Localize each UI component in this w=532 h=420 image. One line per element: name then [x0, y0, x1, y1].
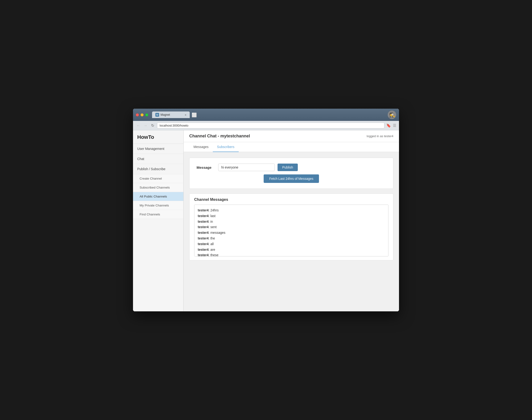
forward-button[interactable]: →: [143, 123, 148, 128]
sidebar-item-user-management[interactable]: User Management: [133, 144, 183, 154]
sidebar-item-all-public-channels[interactable]: All Public Channels: [133, 192, 183, 201]
fetch-messages-button[interactable]: Fetch Last 24hrs of Messages: [264, 174, 319, 183]
app-content: HowTo User Management Chat Publish / Sub…: [133, 130, 399, 311]
maximize-button[interactable]: [145, 113, 148, 116]
content-area: Message Publish Fetch Last 24hrs of Mess…: [184, 152, 399, 311]
tab-subscribers[interactable]: Subscribers: [213, 142, 239, 152]
message-line: tester4: messages: [198, 230, 385, 236]
fetch-btn-row: Fetch Last 24hrs of Messages: [196, 174, 386, 183]
message-row: Message Publish: [196, 164, 386, 171]
sidebar-item-my-private-channels[interactable]: My Private Channels: [133, 201, 183, 210]
browser-tab[interactable]: M Magnet ×: [152, 111, 190, 118]
address-input[interactable]: [157, 122, 384, 128]
message-line: tester4: 24hrs: [198, 208, 385, 213]
message-line: tester4: all: [198, 241, 385, 247]
channel-messages-section: Channel Messages tester4: 24hrs tester4:…: [189, 194, 393, 260]
back-icon: ←: [137, 123, 140, 128]
message-line: tester4: the: [198, 236, 385, 241]
menu-icon[interactable]: ☰: [393, 123, 396, 128]
close-button[interactable]: [136, 113, 139, 116]
spy-icon: 🕵: [388, 111, 396, 119]
title-bar: M Magnet × ⬜ 🕵: [133, 109, 399, 121]
sidebar-item-chat[interactable]: Chat: [133, 154, 183, 164]
traffic-lights: [136, 113, 148, 116]
tab-bar: M Magnet × ⬜: [152, 111, 386, 118]
message-input[interactable]: [218, 164, 275, 171]
refresh-icon: ↻: [151, 123, 154, 128]
main-panel: Channel Chat - mytestchannel logged in a…: [184, 130, 399, 311]
sidebar-nav: User Management Chat Publish / Subscribe…: [133, 144, 183, 219]
minimize-button[interactable]: [140, 113, 144, 116]
sidebar-item-subscribed-channels[interactable]: Subscribed Channels: [133, 183, 183, 192]
logged-in-label: logged in as tester4: [367, 134, 393, 138]
new-tab-button[interactable]: ⬜: [192, 112, 197, 118]
publish-button[interactable]: Publish: [278, 164, 298, 171]
message-line: tester4: in: [198, 219, 385, 225]
browser-window: M Magnet × ⬜ 🕵 ← → ↻ 🔖 ☰: [133, 109, 399, 311]
message-line: tester4: are: [198, 247, 385, 253]
message-form: Message Publish Fetch Last 24hrs of Mess…: [189, 158, 393, 189]
main-header: Channel Chat - mytestchannel logged in a…: [184, 130, 399, 142]
spy-menu[interactable]: 🕵: [388, 111, 396, 119]
sidebar-item-publish-subscribe[interactable]: Publish / Subscribe: [133, 164, 183, 174]
message-line: tester4: last: [198, 213, 385, 219]
tabs-bar: Messages Subscribers: [184, 142, 399, 152]
channel-messages-title: Channel Messages: [194, 197, 388, 202]
message-label: Message: [196, 165, 215, 169]
message-line: tester4: these: [198, 253, 385, 256]
address-bar: ← → ↻ 🔖 ☰: [133, 121, 399, 130]
bookmark-icon[interactable]: 🔖: [386, 123, 391, 128]
message-line: tester4: sent: [198, 224, 385, 230]
page-title: Channel Chat - mytestchannel: [189, 134, 250, 139]
tab-title: Magnet: [161, 113, 170, 116]
tab-close-icon[interactable]: ×: [184, 113, 186, 117]
back-button[interactable]: ←: [136, 123, 141, 128]
sidebar-item-create-channel[interactable]: Create Channel: [133, 174, 183, 183]
magnet-icon: M: [155, 113, 159, 117]
forward-icon: →: [144, 123, 147, 128]
refresh-button[interactable]: ↻: [150, 123, 155, 128]
messages-box[interactable]: tester4: 24hrs tester4: last tester4: in…: [194, 205, 388, 256]
address-bar-icons: 🔖 ☰: [386, 123, 396, 128]
sidebar: HowTo User Management Chat Publish / Sub…: [133, 130, 184, 311]
sidebar-title: HowTo: [133, 130, 183, 144]
sidebar-item-find-channels[interactable]: Find Channels: [133, 210, 183, 219]
tab-messages[interactable]: Messages: [189, 142, 213, 152]
